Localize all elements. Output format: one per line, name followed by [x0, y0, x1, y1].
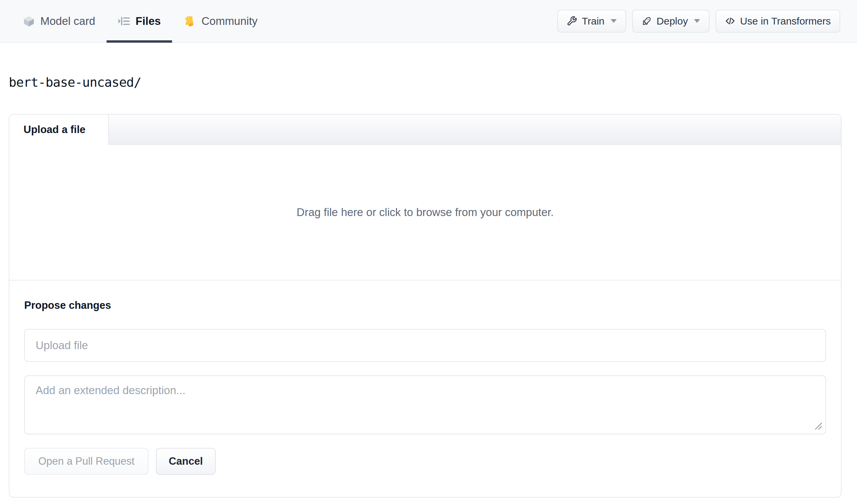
repo-action-buttons: Train Deploy Use in Tr — [557, 0, 840, 42]
open-pull-request-button[interactable]: Open a Pull Request — [24, 448, 149, 475]
rocket-icon — [642, 16, 652, 26]
cancel-button[interactable]: Cancel — [156, 448, 216, 475]
tab-community-label: Community — [201, 15, 257, 28]
tab-model-card[interactable]: Model card — [12, 0, 106, 42]
propose-changes-heading: Propose changes — [24, 299, 826, 312]
caret-down-icon — [694, 19, 700, 23]
cube-icon — [23, 15, 35, 27]
deploy-button-label: Deploy — [657, 15, 688, 27]
description-field-wrapper — [24, 375, 826, 434]
deploy-button[interactable]: Deploy — [632, 10, 709, 33]
tab-community[interactable]: Community — [172, 0, 269, 42]
use-in-transformers-button[interactable]: Use in Transformers — [716, 10, 840, 33]
files-list-icon — [118, 15, 130, 27]
train-button[interactable]: Train — [557, 10, 626, 33]
wrench-icon — [567, 16, 577, 26]
breadcrumb: bert-base-uncased/ — [9, 75, 857, 90]
code-icon — [725, 16, 735, 26]
use-in-transformers-label: Use in Transformers — [740, 15, 831, 27]
tab-row-filler — [109, 115, 841, 145]
tab-files[interactable]: Files — [106, 0, 172, 42]
waving-hand-icon — [184, 15, 196, 27]
caret-down-icon — [611, 19, 617, 23]
repo-tab-list: Model card Files — [12, 0, 269, 42]
tab-files-label: Files — [135, 15, 161, 28]
tab-upload-a-file[interactable]: Upload a file — [10, 115, 109, 145]
extended-description-textarea[interactable] — [24, 375, 826, 434]
dropzone-hint-text: Drag file here or click to browse from y… — [297, 206, 554, 219]
tab-model-card-label: Model card — [40, 15, 95, 28]
repo-navbar: Model card Files — [0, 0, 857, 43]
propose-changes-section: Propose changes Open a Pull Request Canc… — [10, 281, 841, 497]
file-dropzone[interactable]: Drag file here or click to browse from y… — [10, 145, 841, 281]
upload-card-tab-row: Upload a file — [10, 115, 841, 145]
train-button-label: Train — [582, 15, 604, 27]
upload-filename-input[interactable] — [24, 329, 826, 362]
propose-actions-row: Open a Pull Request Cancel — [24, 448, 826, 475]
tab-upload-a-file-label: Upload a file — [23, 124, 85, 136]
active-tab-underline — [106, 40, 172, 43]
upload-file-card: Upload a file Drag file here or click to… — [9, 114, 842, 498]
